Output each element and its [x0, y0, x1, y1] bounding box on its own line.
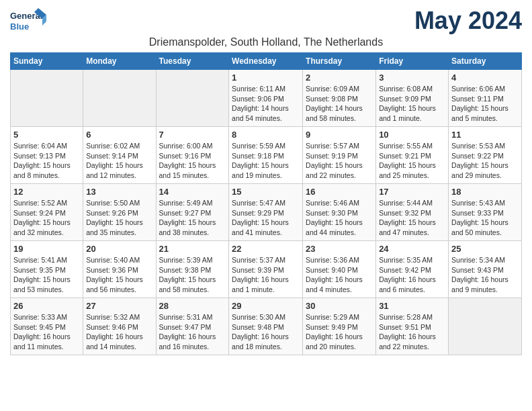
day-info: Sunrise: 6:08 AM Sunset: 9:09 PM Dayligh…: [379, 84, 445, 124]
day-info: Sunrise: 5:34 AM Sunset: 9:43 PM Dayligh…: [451, 255, 519, 295]
table-row: 29Sunrise: 5:30 AM Sunset: 9:48 PM Dayli…: [229, 298, 303, 355]
day-info: Sunrise: 5:36 AM Sunset: 9:40 PM Dayligh…: [306, 255, 373, 295]
day-info: Sunrise: 5:41 AM Sunset: 9:35 PM Dayligh…: [13, 255, 80, 295]
day-number: 30: [306, 301, 373, 311]
calendar-header-row: Sunday Monday Tuesday Wednesday Thursday…: [11, 53, 522, 70]
table-row: 4Sunrise: 6:06 AM Sunset: 9:11 PM Daylig…: [449, 70, 522, 127]
calendar-week-row: 12Sunrise: 5:52 AM Sunset: 9:24 PM Dayli…: [11, 184, 522, 241]
table-row: [449, 298, 522, 355]
table-row: 26Sunrise: 5:33 AM Sunset: 9:45 PM Dayli…: [11, 298, 83, 355]
day-info: Sunrise: 5:35 AM Sunset: 9:42 PM Dayligh…: [379, 255, 445, 295]
day-number: 23: [306, 244, 373, 254]
table-row: 31Sunrise: 5:28 AM Sunset: 9:51 PM Dayli…: [376, 298, 449, 355]
table-row: 28Sunrise: 5:31 AM Sunset: 9:47 PM Dayli…: [156, 298, 229, 355]
table-row: 13Sunrise: 5:50 AM Sunset: 9:26 PM Dayli…: [83, 184, 156, 241]
day-info: Sunrise: 5:40 AM Sunset: 9:36 PM Dayligh…: [86, 255, 152, 295]
day-info: Sunrise: 5:50 AM Sunset: 9:26 PM Dayligh…: [86, 198, 152, 238]
table-row: 23Sunrise: 5:36 AM Sunset: 9:40 PM Dayli…: [303, 241, 376, 298]
table-row: 7Sunrise: 6:00 AM Sunset: 9:16 PM Daylig…: [156, 127, 229, 184]
day-info: Sunrise: 5:44 AM Sunset: 9:32 PM Dayligh…: [379, 198, 445, 238]
day-info: Sunrise: 6:06 AM Sunset: 9:11 PM Dayligh…: [451, 84, 519, 124]
day-number: 24: [379, 244, 445, 254]
day-number: 12: [13, 187, 80, 197]
table-row: 2Sunrise: 6:09 AM Sunset: 9:08 PM Daylig…: [303, 70, 376, 127]
table-row: 19Sunrise: 5:41 AM Sunset: 9:35 PM Dayli…: [11, 241, 83, 298]
table-row: 8Sunrise: 5:59 AM Sunset: 9:18 PM Daylig…: [229, 127, 303, 184]
col-wednesday: Wednesday: [229, 53, 303, 70]
day-number: 20: [86, 244, 152, 254]
day-number: 8: [232, 130, 300, 140]
day-info: Sunrise: 5:57 AM Sunset: 9:19 PM Dayligh…: [306, 141, 373, 181]
day-number: 19: [13, 244, 80, 254]
table-row: [156, 70, 229, 127]
day-number: 5: [13, 130, 80, 140]
day-number: 15: [232, 187, 300, 197]
day-number: 11: [451, 130, 519, 140]
table-row: 10Sunrise: 5:55 AM Sunset: 9:21 PM Dayli…: [376, 127, 449, 184]
day-number: 28: [159, 301, 226, 311]
table-row: [83, 70, 156, 127]
col-sunday: Sunday: [11, 53, 83, 70]
day-info: Sunrise: 6:09 AM Sunset: 9:08 PM Dayligh…: [306, 84, 373, 124]
table-row: 9Sunrise: 5:57 AM Sunset: 9:19 PM Daylig…: [303, 127, 376, 184]
day-info: Sunrise: 6:00 AM Sunset: 9:16 PM Dayligh…: [159, 141, 226, 181]
day-info: Sunrise: 5:31 AM Sunset: 9:47 PM Dayligh…: [159, 312, 226, 352]
table-row: 14Sunrise: 5:49 AM Sunset: 9:27 PM Dayli…: [156, 184, 229, 241]
day-info: Sunrise: 5:46 AM Sunset: 9:30 PM Dayligh…: [306, 198, 373, 238]
day-info: Sunrise: 5:33 AM Sunset: 9:45 PM Dayligh…: [13, 312, 80, 352]
day-number: 22: [232, 244, 300, 254]
table-row: 22Sunrise: 5:37 AM Sunset: 9:39 PM Dayli…: [229, 241, 303, 298]
day-number: 31: [379, 301, 445, 311]
calendar-week-row: 5Sunrise: 6:04 AM Sunset: 9:13 PM Daylig…: [11, 127, 522, 184]
table-row: 27Sunrise: 5:32 AM Sunset: 9:46 PM Dayli…: [83, 298, 156, 355]
day-number: 26: [13, 301, 80, 311]
day-info: Sunrise: 6:11 AM Sunset: 9:06 PM Dayligh…: [232, 84, 300, 124]
day-number: 17: [379, 187, 445, 197]
table-row: 12Sunrise: 5:52 AM Sunset: 9:24 PM Dayli…: [11, 184, 83, 241]
day-info: Sunrise: 5:49 AM Sunset: 9:27 PM Dayligh…: [159, 198, 226, 238]
col-monday: Monday: [83, 53, 156, 70]
table-row: 25Sunrise: 5:34 AM Sunset: 9:43 PM Dayli…: [449, 241, 522, 298]
month-year-title: May 2024: [414, 7, 522, 35]
day-info: Sunrise: 5:55 AM Sunset: 9:21 PM Dayligh…: [379, 141, 445, 181]
col-tuesday: Tuesday: [156, 53, 229, 70]
day-info: Sunrise: 5:43 AM Sunset: 9:33 PM Dayligh…: [451, 198, 519, 238]
day-number: 9: [306, 130, 373, 140]
svg-text:Blue: Blue: [10, 21, 29, 32]
table-row: 5Sunrise: 6:04 AM Sunset: 9:13 PM Daylig…: [11, 127, 83, 184]
day-number: 29: [232, 301, 300, 311]
day-number: 7: [159, 130, 226, 140]
table-row: 21Sunrise: 5:39 AM Sunset: 9:38 PM Dayli…: [156, 241, 229, 298]
month-title: May 2024: [414, 7, 522, 35]
day-number: 1: [232, 73, 300, 83]
day-info: Sunrise: 5:59 AM Sunset: 9:18 PM Dayligh…: [232, 141, 300, 181]
calendar-table: Sunday Monday Tuesday Wednesday Thursday…: [10, 52, 522, 355]
day-number: 10: [379, 130, 445, 140]
calendar-week-row: 26Sunrise: 5:33 AM Sunset: 9:45 PM Dayli…: [11, 298, 522, 355]
table-row: 11Sunrise: 5:53 AM Sunset: 9:22 PM Dayli…: [449, 127, 522, 184]
table-row: 30Sunrise: 5:29 AM Sunset: 9:49 PM Dayli…: [303, 298, 376, 355]
table-row: 18Sunrise: 5:43 AM Sunset: 9:33 PM Dayli…: [449, 184, 522, 241]
col-saturday: Saturday: [449, 53, 522, 70]
logo: General Blue: [10, 7, 47, 35]
day-info: Sunrise: 5:28 AM Sunset: 9:51 PM Dayligh…: [379, 312, 445, 352]
day-info: Sunrise: 5:47 AM Sunset: 9:29 PM Dayligh…: [232, 198, 300, 238]
day-info: Sunrise: 5:39 AM Sunset: 9:38 PM Dayligh…: [159, 255, 226, 295]
calendar-week-row: 1Sunrise: 6:11 AM Sunset: 9:06 PM Daylig…: [11, 70, 522, 127]
location-subtitle: Driemanspolder, South Holland, The Nethe…: [10, 36, 522, 48]
day-number: 4: [451, 73, 519, 83]
table-row: 15Sunrise: 5:47 AM Sunset: 9:29 PM Dayli…: [229, 184, 303, 241]
day-info: Sunrise: 5:53 AM Sunset: 9:22 PM Dayligh…: [451, 141, 519, 181]
calendar-week-row: 19Sunrise: 5:41 AM Sunset: 9:35 PM Dayli…: [11, 241, 522, 298]
day-number: 2: [306, 73, 373, 83]
day-info: Sunrise: 5:37 AM Sunset: 9:39 PM Dayligh…: [232, 255, 300, 295]
day-number: 16: [306, 187, 373, 197]
table-row: 6Sunrise: 6:02 AM Sunset: 9:14 PM Daylig…: [83, 127, 156, 184]
day-info: Sunrise: 5:32 AM Sunset: 9:46 PM Dayligh…: [86, 312, 152, 352]
day-info: Sunrise: 5:30 AM Sunset: 9:48 PM Dayligh…: [232, 312, 300, 352]
day-info: Sunrise: 6:04 AM Sunset: 9:13 PM Dayligh…: [13, 141, 80, 181]
day-number: 21: [159, 244, 226, 254]
day-number: 13: [86, 187, 152, 197]
table-row: 16Sunrise: 5:46 AM Sunset: 9:30 PM Dayli…: [303, 184, 376, 241]
day-info: Sunrise: 5:29 AM Sunset: 9:49 PM Dayligh…: [306, 312, 373, 352]
